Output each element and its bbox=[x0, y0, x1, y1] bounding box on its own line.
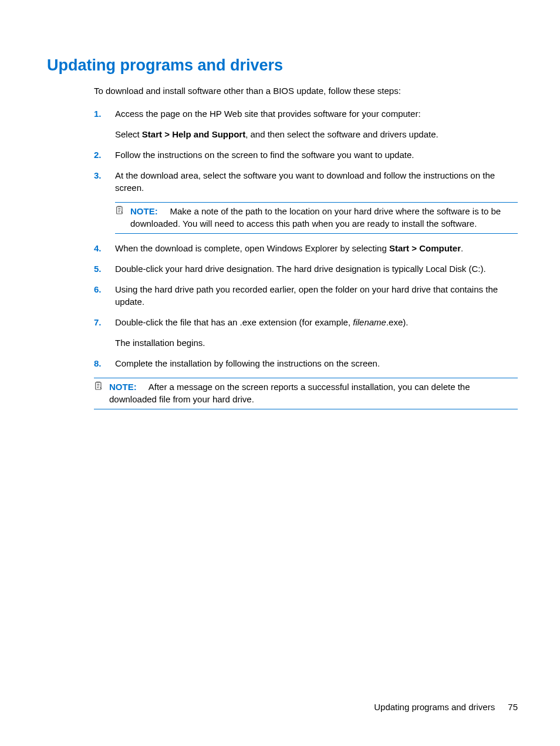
step-body: Follow the instructions on the screen to… bbox=[115, 149, 518, 161]
step-text: Double-click your hard drive designation… bbox=[115, 263, 518, 275]
page-content: Updating programs and drivers To downloa… bbox=[0, 0, 560, 409]
step-number: 4. bbox=[94, 242, 115, 254]
step-3: 3. At the download area, select the soft… bbox=[94, 169, 518, 194]
step-number: 5. bbox=[94, 263, 115, 275]
note-icon bbox=[115, 205, 130, 230]
step-8: 8. Complete the installation by followin… bbox=[94, 357, 518, 369]
steps-list-continued: 4. When the download is complete, open W… bbox=[94, 242, 518, 369]
note-text: After a message on the screen reports a … bbox=[109, 382, 470, 404]
footer-title: Updating programs and drivers bbox=[374, 702, 495, 712]
step-text: Double-click the file that has an .exe e… bbox=[115, 316, 518, 328]
step-body: Using the hard drive path you recorded e… bbox=[115, 283, 518, 308]
intro-text: To download and install software other t… bbox=[94, 85, 518, 97]
note-icon bbox=[94, 381, 109, 405]
step-number: 3. bbox=[94, 169, 115, 194]
step-2: 2. Follow the instructions on the screen… bbox=[94, 149, 518, 161]
step-1: 1. Access the page on the HP Web site th… bbox=[94, 107, 518, 140]
step-text: Select Start > Help and Support, and the… bbox=[115, 128, 518, 140]
note-label: NOTE: bbox=[109, 382, 137, 392]
step-text: When the download is complete, open Wind… bbox=[115, 242, 518, 254]
step-number: 7. bbox=[94, 316, 115, 349]
note-content: NOTE: Make a note of the path to the loc… bbox=[130, 205, 518, 230]
step-text: At the download area, select the softwar… bbox=[115, 169, 518, 194]
step-4: 4. When the download is complete, open W… bbox=[94, 242, 518, 254]
step-body: At the download area, select the softwar… bbox=[115, 169, 518, 194]
step-5: 5. Double-click your hard drive designat… bbox=[94, 263, 518, 275]
step-number: 1. bbox=[94, 107, 115, 140]
step-body: Complete the installation by following t… bbox=[115, 357, 518, 369]
page-number: 75 bbox=[508, 702, 518, 712]
step-body: Double-click your hard drive designation… bbox=[115, 263, 518, 275]
note-callout: NOTE: Make a note of the path to the loc… bbox=[115, 202, 518, 234]
page-heading: Updating programs and drivers bbox=[47, 56, 518, 75]
note-callout: NOTE: After a message on the screen repo… bbox=[94, 378, 518, 409]
step-text: Using the hard drive path you recorded e… bbox=[115, 283, 518, 308]
step-text: Follow the instructions on the screen to… bbox=[115, 149, 518, 161]
note-label: NOTE: bbox=[130, 206, 158, 216]
step-body: Double-click the file that has an .exe e… bbox=[115, 316, 518, 349]
step-text: The installation begins. bbox=[115, 337, 518, 349]
step-body: Access the page on the HP Web site that … bbox=[115, 107, 518, 140]
step-text: Complete the installation by following t… bbox=[115, 357, 518, 369]
step-text: Access the page on the HP Web site that … bbox=[115, 107, 518, 120]
step-number: 8. bbox=[94, 357, 115, 369]
step-number: 2. bbox=[94, 149, 115, 161]
step-number: 6. bbox=[94, 283, 115, 308]
step-7: 7. Double-click the file that has an .ex… bbox=[94, 316, 518, 349]
page-footer: Updating programs and drivers 75 bbox=[374, 702, 518, 712]
note-content: NOTE: After a message on the screen repo… bbox=[109, 381, 518, 405]
step-6: 6. Using the hard drive path you recorde… bbox=[94, 283, 518, 308]
steps-list: 1. Access the page on the HP Web site th… bbox=[94, 107, 518, 194]
note-text: Make a note of the path to the location … bbox=[130, 206, 501, 228]
step-body: When the download is complete, open Wind… bbox=[115, 242, 518, 254]
